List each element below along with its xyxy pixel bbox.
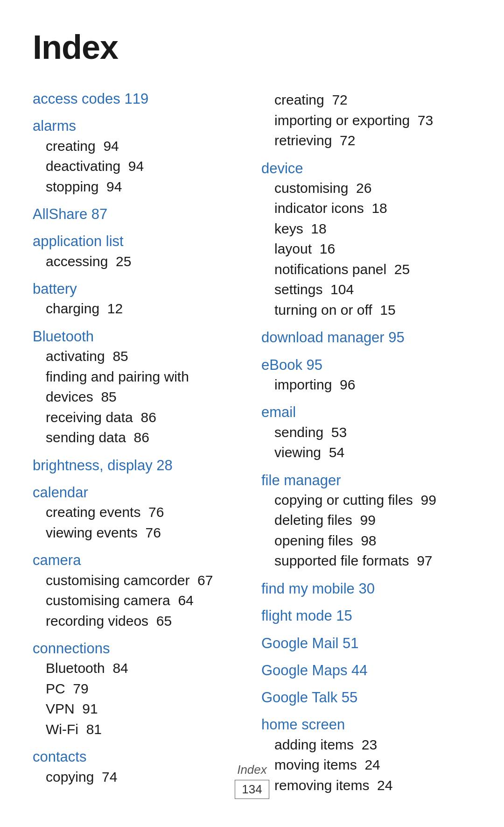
entry-sub-item: Wi-Fi 81 bbox=[33, 719, 243, 740]
entry-sub-item: customising camcorder 67 bbox=[33, 570, 243, 591]
entry-sub-item: opening files 98 bbox=[261, 530, 471, 551]
entry-sub-item: customising camera 64 bbox=[33, 590, 243, 611]
entry-sub-item: indicator icons 18 bbox=[261, 198, 471, 219]
entry-sub-item: finding and pairing with devices 85 bbox=[33, 367, 243, 407]
right-column: creating 72importing or exporting 73retr… bbox=[261, 90, 471, 804]
entry-sub-item: receiving data 86 bbox=[33, 407, 243, 428]
entry-sub-item: adding items 23 bbox=[261, 735, 471, 755]
index-entry: brightness, display 28 bbox=[33, 456, 243, 475]
entry-heading: download manager 95 bbox=[261, 328, 471, 347]
entry-sub-item: VPN 91 bbox=[33, 699, 243, 719]
entry-sub-item: settings 104 bbox=[261, 279, 471, 300]
entry-heading: access codes 119 bbox=[33, 90, 243, 108]
entry-heading: home screen bbox=[261, 715, 471, 734]
index-entry: file managercopying or cutting files 99d… bbox=[261, 471, 471, 571]
entry-sub-item: importing 96 bbox=[261, 375, 471, 395]
entry-heading: AllShare 87 bbox=[33, 205, 243, 224]
entry-heading: Google Maps 44 bbox=[261, 661, 471, 680]
entry-sub-item: accessing 25 bbox=[33, 251, 243, 272]
index-columns: access codes 119alarmscreating 94deactiv… bbox=[33, 90, 471, 804]
index-entry: eBook 95importing 96 bbox=[261, 356, 471, 395]
entry-sub-item: sending data 86 bbox=[33, 427, 243, 448]
index-entry: Google Mail 51 bbox=[261, 634, 471, 653]
entry-heading: battery bbox=[33, 280, 243, 298]
left-column: access codes 119alarmscreating 94deactiv… bbox=[33, 90, 243, 804]
index-entry: batterycharging 12 bbox=[33, 280, 243, 319]
entry-heading: flight mode 15 bbox=[261, 607, 471, 625]
entry-sub-item: recording videos 65 bbox=[33, 611, 243, 631]
entry-sub-item: keys 18 bbox=[261, 219, 471, 239]
page-title: Index bbox=[33, 28, 471, 66]
entry-sub-item: turning on or off 15 bbox=[261, 300, 471, 320]
index-entry: devicecustomising 26indicator icons 18ke… bbox=[261, 159, 471, 320]
entry-sub-item: supported file formats 97 bbox=[261, 551, 471, 571]
index-entry: AllShare 87 bbox=[33, 205, 243, 224]
index-entry: Google Maps 44 bbox=[261, 661, 471, 680]
entry-sub-item: activating 85 bbox=[33, 346, 243, 367]
entry-heading: email bbox=[261, 403, 471, 422]
entry-heading: Google Talk 55 bbox=[261, 688, 471, 707]
entry-heading: file manager bbox=[261, 471, 471, 490]
entry-sub-item: charging 12 bbox=[33, 298, 243, 319]
index-entry: calendarcreating events 76viewing events… bbox=[33, 483, 243, 543]
entry-heading: brightness, display 28 bbox=[33, 456, 243, 475]
entry-sub-item: PC 79 bbox=[33, 679, 243, 699]
index-entry: flight mode 15 bbox=[261, 607, 471, 625]
entry-heading: connections bbox=[33, 639, 243, 658]
entry-sub-item: creating 72 bbox=[261, 90, 471, 110]
entry-heading: alarms bbox=[33, 117, 243, 135]
index-entry: cameracustomising camcorder 67customisin… bbox=[33, 551, 243, 631]
entry-sub-item: sending 53 bbox=[261, 422, 471, 443]
entry-sub-item: Bluetooth 84 bbox=[33, 658, 243, 679]
entry-heading: eBook 95 bbox=[261, 356, 471, 375]
index-entry: alarmscreating 94deactivating 94stopping… bbox=[33, 117, 243, 197]
entry-sub-item: viewing events 76 bbox=[33, 523, 243, 543]
entry-heading: device bbox=[261, 159, 471, 178]
index-entry: Bluetoothactivating 85finding and pairin… bbox=[33, 327, 243, 448]
index-entry: connectionsBluetooth 84PC 79VPN 91Wi-Fi … bbox=[33, 639, 243, 739]
entry-heading: calendar bbox=[33, 483, 243, 502]
entry-sub-item: creating events 76 bbox=[33, 502, 243, 523]
index-entry: access codes 119 bbox=[33, 90, 243, 108]
footer-page-number: 134 bbox=[235, 780, 269, 799]
entry-heading: Bluetooth bbox=[33, 327, 243, 346]
entry-heading: application list bbox=[33, 232, 243, 251]
entry-sub-item: retrieving 72 bbox=[261, 130, 471, 151]
index-entry: creating 72importing or exporting 73retr… bbox=[261, 90, 471, 151]
entry-heading: find my mobile 30 bbox=[261, 580, 471, 598]
footer-label: Index bbox=[0, 763, 504, 777]
entry-sub-item: copying or cutting files 99 bbox=[261, 490, 471, 510]
entry-sub-item: customising 26 bbox=[261, 178, 471, 198]
entry-sub-item: stopping 94 bbox=[33, 177, 243, 197]
index-entry: application listaccessing 25 bbox=[33, 232, 243, 271]
index-entry: emailsending 53viewing 54 bbox=[261, 403, 471, 462]
index-entry: download manager 95 bbox=[261, 328, 471, 347]
index-entry: Google Talk 55 bbox=[261, 688, 471, 707]
entry-sub-item: importing or exporting 73 bbox=[261, 110, 471, 131]
entry-sub-item: creating 94 bbox=[33, 136, 243, 156]
page-footer: Index 134 bbox=[0, 763, 504, 799]
index-entry: find my mobile 30 bbox=[261, 580, 471, 598]
entry-sub-item: deleting files 99 bbox=[261, 510, 471, 530]
entry-heading: camera bbox=[33, 551, 243, 570]
entry-heading: Google Mail 51 bbox=[261, 634, 471, 653]
entry-sub-item: deactivating 94 bbox=[33, 156, 243, 177]
entry-sub-item: notifications panel 25 bbox=[261, 259, 471, 280]
entry-sub-item: viewing 54 bbox=[261, 442, 471, 463]
entry-sub-item: layout 16 bbox=[261, 239, 471, 259]
